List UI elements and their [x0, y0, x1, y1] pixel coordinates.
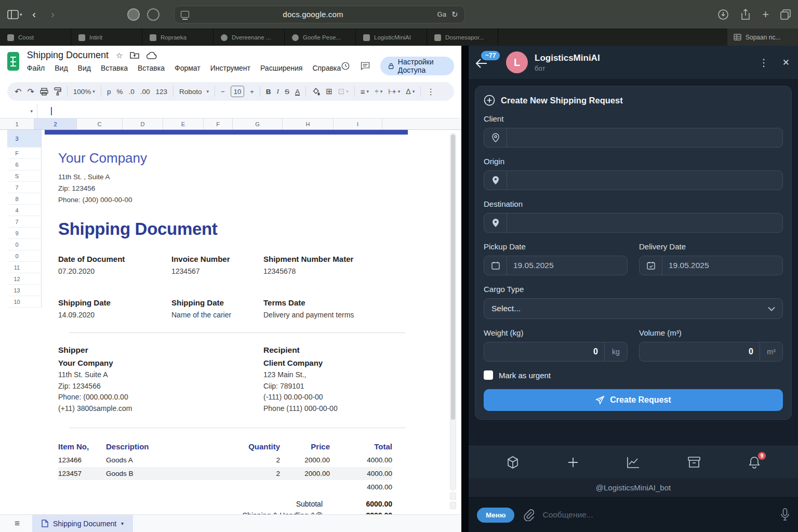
url-text[interactable]: docs.google.com	[189, 10, 437, 19]
row-header[interactable]: 8	[7, 193, 42, 205]
menu-item[interactable]: Справка	[312, 64, 341, 72]
italic-button[interactable]: I	[277, 87, 280, 96]
formula-input[interactable]	[37, 104, 461, 118]
browser-tab[interactable]: Coost	[0, 29, 71, 46]
pickup-date-field[interactable]: 19.05.2025	[484, 256, 628, 275]
row-header[interactable]: 11	[7, 262, 42, 273]
menu-item[interactable]: Вид	[55, 64, 68, 72]
scroll-button[interactable]	[450, 493, 456, 500]
destination-field[interactable]	[484, 213, 783, 233]
create-request-button[interactable]: Create Request	[484, 389, 783, 411]
archive-icon[interactable]	[687, 456, 701, 469]
row-header[interactable]: 3	[7, 130, 42, 148]
translate-icon[interactable]: Ga	[437, 10, 446, 18]
client-input[interactable]	[507, 134, 782, 142]
share-icon[interactable]	[740, 9, 751, 20]
close-icon[interactable]: ✕	[782, 57, 790, 68]
strikethrough-button[interactable]: S	[285, 88, 289, 96]
menu-item[interactable]: Инструмент	[210, 64, 250, 72]
active-sheet-tab[interactable]: Shipping Document ▾	[32, 515, 133, 532]
redo-button[interactable]: ↷	[27, 87, 34, 97]
row-header[interactable]: 13	[7, 285, 42, 296]
browser-tab[interactable]: Intirit	[71, 29, 142, 46]
add-icon[interactable]	[567, 456, 579, 469]
row-header[interactable]: 7	[7, 216, 42, 228]
bot-handle[interactable]: @LogisticsMiniAI_bot	[469, 478, 798, 498]
weight-field[interactable]: kg	[484, 342, 628, 362]
horizontal-align-button[interactable]: ≡▾	[361, 87, 369, 96]
share-access-button[interactable]: Настройки Доступа	[380, 57, 454, 75]
row-header[interactable]: 6	[7, 159, 42, 170]
bold-button[interactable]: B	[266, 88, 271, 96]
percent-format-button[interactable]: %	[116, 88, 123, 96]
undo-button[interactable]: ↶	[15, 87, 21, 97]
new-tab-icon[interactable]: +	[762, 8, 769, 21]
number-format-button[interactable]: 123	[155, 88, 167, 96]
column-header[interactable]: H	[283, 118, 334, 129]
forward-button[interactable]: ›	[46, 8, 60, 20]
downloads-icon[interactable]	[717, 9, 729, 20]
menu-item[interactable]: Расширения	[260, 64, 302, 72]
vertical-scrollbar[interactable]	[450, 133, 456, 490]
analytics-icon[interactable]	[627, 456, 640, 469]
currency-format-button[interactable]: р	[107, 88, 111, 96]
sheet-tab-menu-icon[interactable]: ▾	[121, 521, 124, 526]
print-button[interactable]	[40, 88, 48, 96]
increase-font-button[interactable]: +	[250, 88, 254, 96]
row-header[interactable]: 10	[7, 296, 42, 308]
cloud-status-icon[interactable]	[147, 52, 157, 59]
menu-item[interactable]: Формат	[175, 64, 201, 72]
more-options-button[interactable]: ⋮	[427, 87, 435, 97]
column-header[interactable]: I	[334, 118, 382, 129]
move-folder-icon[interactable]	[130, 52, 139, 59]
tab-overview-panel[interactable]: Sopaan nc...	[727, 29, 798, 46]
reload-icon[interactable]: ↻	[451, 10, 458, 19]
column-header[interactable]: E	[163, 118, 204, 129]
destination-input[interactable]	[507, 219, 782, 228]
profile-icon[interactable]	[147, 8, 159, 21]
cargo-type-select[interactable]: Select...	[484, 298, 783, 319]
attachment-icon[interactable]	[523, 509, 534, 521]
origin-input[interactable]	[507, 176, 782, 185]
message-input[interactable]	[542, 510, 772, 520]
decrease-decimals-button[interactable]: .0	[128, 88, 134, 96]
row-header[interactable]: 0	[7, 250, 42, 262]
doc-title[interactable]: Shipping Document	[27, 50, 109, 61]
all-sheets-icon[interactable]: ≡	[15, 518, 20, 529]
row-header[interactable]: F	[7, 148, 42, 159]
column-header[interactable]: C	[77, 118, 123, 129]
borders-button[interactable]: ⊞	[326, 87, 332, 96]
column-header[interactable]: 2	[34, 118, 77, 129]
fill-color-button[interactable]	[312, 87, 320, 96]
sidebar-toggle-icon[interactable]: ▾	[7, 10, 22, 19]
menu-item[interactable]: Вставка	[101, 64, 128, 72]
text-wrap-button[interactable]: ⊦+▾	[388, 87, 400, 96]
text-color-button[interactable]: A	[295, 88, 300, 96]
column-header[interactable]: F	[204, 118, 233, 129]
tab-overview-icon[interactable]	[780, 9, 791, 20]
volume-field[interactable]: m³	[639, 342, 783, 362]
bot-avatar[interactable]: L	[506, 51, 528, 73]
urgent-checkbox[interactable]	[484, 370, 493, 380]
font-select[interactable]: Roboto▾	[179, 88, 209, 96]
vertical-align-button[interactable]: ÷▾	[375, 87, 382, 96]
column-header[interactable]: 1	[0, 118, 34, 129]
back-button[interactable]: ‹	[28, 8, 41, 20]
increase-decimals-button[interactable]: .00	[140, 88, 150, 96]
reader-mode-icon[interactable]	[181, 11, 189, 18]
sheets-logo-icon[interactable]	[7, 52, 19, 71]
origin-field[interactable]	[484, 170, 783, 190]
menu-item[interactable]: Вид	[78, 64, 91, 72]
browser-tab[interactable]: Dvereenane ...	[214, 29, 285, 46]
row-header[interactable]: 0	[7, 239, 42, 250]
menu-item[interactable]: Вставка	[138, 64, 165, 72]
browser-tab[interactable]: Ropraeka	[142, 29, 214, 46]
address-bar[interactable]: docs.google.com Ga ↻	[174, 6, 465, 23]
row-header[interactable]: S	[7, 170, 42, 182]
scrollbar-thumb[interactable]	[451, 135, 455, 420]
scroll-button[interactable]	[450, 502, 456, 509]
zoom-select[interactable]: 100%▾	[73, 88, 95, 96]
version-history-icon[interactable]	[341, 60, 350, 72]
microphone-icon[interactable]	[780, 508, 790, 522]
bot-name[interactable]: LogisticsMiniAI	[535, 53, 600, 63]
